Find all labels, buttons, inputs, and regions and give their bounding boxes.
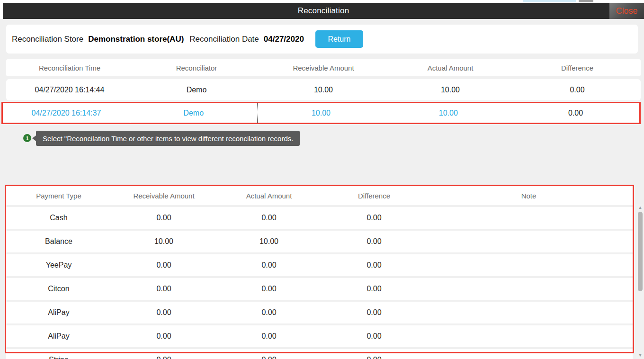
scroll-down-icon[interactable]: ▼ bbox=[636, 351, 644, 359]
payment-receivable: 0.00 bbox=[111, 332, 216, 341]
store-label: Reconciliation Store bbox=[12, 35, 83, 44]
payment-row: Citcon 0.00 0.00 0.00 bbox=[6, 278, 633, 300]
record-row-selected[interactable]: 04/27/2020 16:14:37 Demo 10.00 10.00 0.0… bbox=[1, 102, 641, 124]
payments-col-difference: Difference bbox=[322, 192, 427, 200]
payment-difference: 0.00 bbox=[322, 237, 427, 246]
payment-actual: 0.00 bbox=[216, 356, 322, 359]
record-receivable: 10.00 bbox=[258, 103, 385, 123]
title-bar: Reconciliation Close bbox=[3, 3, 644, 19]
payments-col-receivable: Receivable Amount bbox=[111, 192, 216, 200]
record-time: 04/27/2020 16:14:44 bbox=[6, 86, 133, 94]
payment-difference: 0.00 bbox=[322, 285, 427, 293]
reconciliation-header: Reconciliation Store Demonstration store… bbox=[6, 25, 638, 54]
records-col-difference: Difference bbox=[514, 64, 641, 72]
record-reconciliator: Demo bbox=[133, 86, 260, 94]
date-label: Reconciliation Date bbox=[189, 35, 259, 44]
top-edge-blue-segment bbox=[523, 0, 576, 2]
records-col-actual: Actual Amount bbox=[387, 64, 514, 72]
payment-row: AliPay 0.00 0.00 0.00 bbox=[6, 325, 633, 347]
payment-row: YeePay 0.00 0.00 0.00 bbox=[6, 254, 633, 276]
date-value: 04/27/2020 bbox=[264, 35, 304, 44]
record-difference: 0.00 bbox=[514, 86, 641, 94]
payment-type: AliPay bbox=[6, 308, 111, 317]
records-col-reconciliator: Reconciliator bbox=[133, 64, 260, 72]
record-receivable: 10.00 bbox=[260, 86, 387, 94]
payments-col-actual: Actual Amount bbox=[216, 192, 322, 200]
scrollbar-thumb[interactable] bbox=[638, 212, 643, 291]
callout-step-badge: 1 bbox=[23, 134, 31, 142]
payments-table-header: Payment Type Receivable Amount Actual Am… bbox=[6, 186, 633, 205]
vertical-scrollbar[interactable]: ▲ ▼ bbox=[636, 204, 644, 359]
record-actual: 10.00 bbox=[387, 86, 514, 94]
payment-actual: 0.00 bbox=[216, 261, 322, 269]
payment-difference: 0.00 bbox=[322, 332, 427, 341]
payment-row: Cash 0.00 0.00 0.00 bbox=[6, 207, 633, 229]
payments-col-note: Note bbox=[427, 192, 631, 200]
record-difference: 0.00 bbox=[512, 103, 639, 123]
top-edge-gray-segment bbox=[579, 0, 593, 2]
payment-type: Cash bbox=[6, 214, 111, 222]
payment-type: AliPay bbox=[6, 332, 111, 341]
store-value: Demonstration store(AU) bbox=[88, 35, 184, 44]
payment-receivable: 0.00 bbox=[111, 261, 216, 269]
payment-difference: 0.00 bbox=[322, 214, 427, 222]
payment-receivable: 10.00 bbox=[111, 237, 216, 246]
payment-difference: 0.00 bbox=[322, 308, 427, 317]
payment-actual: 10.00 bbox=[216, 237, 322, 246]
payment-type: Stripe bbox=[6, 356, 111, 359]
payment-type: YeePay bbox=[6, 261, 111, 269]
payment-receivable: 0.00 bbox=[111, 285, 216, 293]
close-button[interactable]: Close bbox=[609, 3, 644, 19]
records-col-receivable: Receivable Amount bbox=[260, 64, 387, 72]
payments-table: Payment Type Receivable Amount Actual Am… bbox=[5, 185, 634, 359]
record-reconciliator: Demo bbox=[130, 103, 258, 123]
payment-type: Citcon bbox=[6, 285, 111, 293]
payments-col-type: Payment Type bbox=[6, 192, 111, 200]
payment-receivable: 0.00 bbox=[111, 214, 216, 222]
payment-actual: 0.00 bbox=[216, 214, 322, 222]
records-col-time: Reconciliation Time bbox=[6, 64, 133, 72]
payment-difference: 0.00 bbox=[322, 356, 427, 359]
payment-actual: 0.00 bbox=[216, 285, 322, 293]
callout-tooltip: Select "Reconcilation Time or other item… bbox=[36, 131, 300, 146]
payment-actual: 0.00 bbox=[216, 332, 322, 341]
record-time: 04/27/2020 16:14:37 bbox=[3, 103, 130, 123]
return-button[interactable]: Return bbox=[315, 30, 363, 48]
scroll-up-icon[interactable]: ▲ bbox=[636, 204, 644, 211]
payment-row-partial: Stripe 0.00 0.00 0.00 bbox=[6, 349, 633, 359]
payment-receivable: 0.00 bbox=[111, 356, 216, 359]
payment-difference: 0.00 bbox=[322, 261, 427, 269]
records-table-header: Reconciliation Time Reconciliator Receiv… bbox=[6, 59, 641, 76]
payment-row: AliPay 0.00 0.00 0.00 bbox=[6, 302, 633, 323]
payment-type: Balance bbox=[6, 237, 111, 246]
payment-receivable: 0.00 bbox=[111, 308, 216, 317]
page-title: Reconciliation bbox=[298, 6, 349, 16]
payment-row: Balance 10.00 10.00 0.00 bbox=[6, 231, 633, 252]
record-row[interactable]: 04/27/2020 16:14:44 Demo 10.00 10.00 0.0… bbox=[6, 79, 641, 100]
payment-actual: 0.00 bbox=[216, 308, 322, 317]
record-actual: 10.00 bbox=[385, 103, 512, 123]
